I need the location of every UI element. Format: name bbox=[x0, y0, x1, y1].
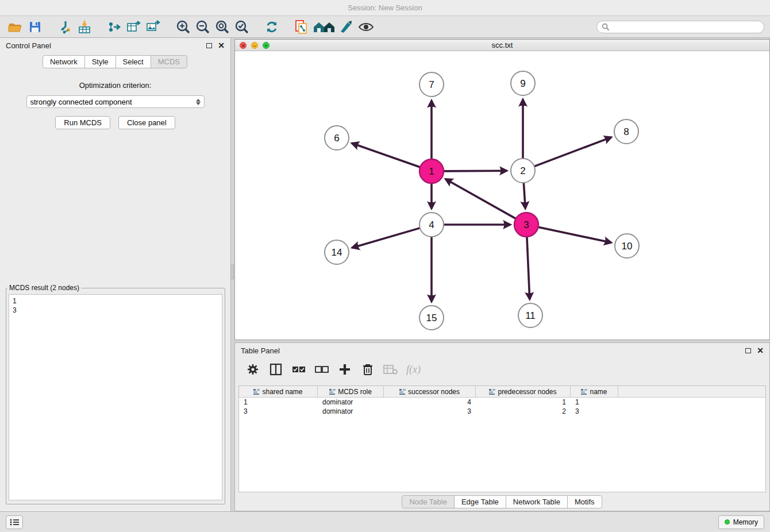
minimize-window-icon[interactable]: − bbox=[251, 42, 258, 49]
graph-edge-3-10[interactable] bbox=[538, 227, 611, 242]
table-tab-edge-table[interactable]: Edge Table bbox=[454, 495, 506, 508]
float-table-panel-icon[interactable] bbox=[745, 348, 751, 353]
column-header-predecessor-nodes[interactable]: predecessor nodes bbox=[476, 386, 571, 397]
column-header-name[interactable]: name bbox=[571, 386, 618, 397]
column-header-MCDS-role[interactable]: MCDS role bbox=[318, 386, 384, 397]
delete-row-button[interactable] bbox=[360, 362, 375, 377]
graph-node-14[interactable]: 14 bbox=[325, 240, 349, 264]
graph-node-3[interactable]: 3 bbox=[514, 213, 538, 237]
main-toolbar bbox=[0, 16, 770, 38]
clone-network-button[interactable] bbox=[292, 18, 311, 36]
open-file-button[interactable] bbox=[6, 18, 25, 36]
export-table-button[interactable] bbox=[124, 18, 144, 36]
task-history-button[interactable] bbox=[6, 515, 23, 529]
sort-icon bbox=[329, 389, 336, 395]
table-header-row: shared nameMCDS rolesuccessor nodesprede… bbox=[239, 386, 765, 398]
table-body: 1dominator4113dominator323 bbox=[239, 398, 765, 416]
graph-node-2[interactable]: 2 bbox=[511, 159, 535, 183]
float-panel-icon[interactable] bbox=[206, 43, 212, 48]
control-panel: Control Panel ✕ NetworkStyleSelectMCDS O… bbox=[0, 38, 231, 511]
graph-node-8[interactable]: 8 bbox=[614, 119, 638, 144]
apply-style-button[interactable] bbox=[337, 18, 356, 36]
tab-mcds[interactable]: MCDS bbox=[151, 55, 187, 68]
dropdown-stepper-icon bbox=[196, 99, 201, 105]
graph-node-7[interactable]: 7 bbox=[419, 72, 444, 97]
select-all-button[interactable] bbox=[291, 362, 306, 377]
unselect-all-button[interactable] bbox=[314, 362, 329, 377]
table-tab-node-table[interactable]: Node Table bbox=[402, 495, 455, 508]
import-network-icon bbox=[57, 20, 72, 34]
mcds-result-list[interactable]: 13 bbox=[9, 294, 222, 500]
import-network-button[interactable] bbox=[55, 18, 75, 36]
show-hide-button[interactable] bbox=[356, 18, 376, 36]
memory-button[interactable]: Memory bbox=[718, 515, 764, 529]
export-image-button[interactable] bbox=[144, 18, 163, 36]
table-row[interactable]: 1dominator411 bbox=[239, 398, 765, 407]
graph-node-4[interactable]: 4 bbox=[419, 213, 444, 237]
node-table[interactable]: shared nameMCDS rolesuccessor nodesprede… bbox=[238, 385, 766, 492]
graph-node-9[interactable]: 9 bbox=[511, 71, 535, 95]
svg-text:14: 14 bbox=[332, 247, 342, 258]
export-network-button[interactable] bbox=[105, 18, 124, 36]
close-panel-icon[interactable]: ✕ bbox=[218, 41, 225, 49]
graph-node-6[interactable]: 6 bbox=[325, 126, 349, 150]
home-view-button[interactable] bbox=[311, 18, 337, 36]
optimization-criterion-dropdown[interactable]: strongly connected component bbox=[26, 95, 205, 108]
tab-style[interactable]: Style bbox=[84, 55, 116, 68]
column-header-successor-nodes[interactable]: successor nodes bbox=[384, 386, 476, 397]
network-canvas[interactable]: 7968124314101511 bbox=[235, 51, 769, 340]
unchecked-boxes-icon bbox=[315, 364, 329, 375]
graph-edge-2-8[interactable] bbox=[534, 137, 611, 167]
save-session-button[interactable] bbox=[25, 18, 45, 36]
zoom-in-icon bbox=[176, 20, 191, 34]
table-tab-motifs[interactable]: Motifs bbox=[567, 495, 602, 508]
sort-icon bbox=[489, 389, 495, 395]
graph-node-1[interactable]: 1 bbox=[419, 159, 444, 183]
graph-edge-4-14[interactable] bbox=[352, 228, 420, 248]
delete-column-button[interactable] bbox=[383, 362, 398, 377]
zoom-selected-button[interactable] bbox=[232, 18, 252, 36]
svg-text:3: 3 bbox=[523, 219, 529, 230]
table-panel-title: Table Panel bbox=[241, 346, 280, 355]
graph-node-10[interactable]: 10 bbox=[615, 234, 639, 258]
graph-edge-1-2[interactable] bbox=[444, 171, 507, 171]
clone-network-icon bbox=[294, 20, 310, 34]
refresh-button[interactable] bbox=[262, 18, 282, 36]
graph-edge-3-11[interactable] bbox=[527, 237, 530, 299]
close-panel-button[interactable]: Close panel bbox=[118, 116, 175, 129]
table-settings-button[interactable] bbox=[245, 362, 260, 377]
tab-network[interactable]: Network bbox=[43, 55, 85, 68]
graph-node-15[interactable]: 15 bbox=[419, 306, 444, 330]
zoom-in-button[interactable] bbox=[174, 18, 193, 36]
window-title: Session: New Session bbox=[348, 3, 422, 12]
mcds-result-title: MCDS result (2 nodes) bbox=[7, 284, 81, 292]
show-columns-button[interactable] bbox=[268, 362, 283, 377]
graph-edge-3-1[interactable] bbox=[445, 179, 515, 219]
close-window-icon[interactable]: ✕ bbox=[240, 42, 247, 49]
tab-select[interactable]: Select bbox=[116, 55, 151, 68]
import-table-button[interactable] bbox=[75, 18, 94, 36]
table-row[interactable]: 3dominator323 bbox=[239, 407, 765, 416]
control-panel-header: Control Panel ✕ bbox=[0, 38, 230, 53]
control-panel-tabs: NetworkStyleSelectMCDS bbox=[0, 55, 230, 68]
function-builder-button[interactable]: f(x) bbox=[406, 364, 421, 376]
add-row-button[interactable] bbox=[337, 362, 352, 377]
graph-node-11[interactable]: 11 bbox=[518, 303, 542, 327]
zoom-fit-button[interactable] bbox=[213, 18, 232, 36]
search-field[interactable] bbox=[596, 21, 764, 33]
graph-edge-2-3[interactable] bbox=[523, 183, 525, 209]
splitter-handle[interactable] bbox=[230, 264, 234, 279]
graph-edge-1-6[interactable] bbox=[352, 143, 420, 167]
network-window: ✕ − + scc.txt 7968124314101511 bbox=[234, 39, 770, 340]
column-header-shared-name[interactable]: shared name bbox=[239, 386, 318, 397]
run-mcds-button[interactable]: Run MCDS bbox=[55, 116, 110, 129]
table-cell: 1 bbox=[239, 398, 318, 407]
control-panel-title: Control Panel bbox=[6, 41, 51, 50]
search-input[interactable] bbox=[610, 23, 759, 31]
table-tab-network-table[interactable]: Network Table bbox=[506, 495, 568, 508]
table-cell: 1 bbox=[571, 398, 618, 407]
close-table-panel-icon[interactable]: ✕ bbox=[757, 346, 764, 354]
zoom-out-button[interactable] bbox=[193, 18, 213, 36]
maximize-window-icon[interactable]: + bbox=[263, 42, 270, 49]
export-table-icon bbox=[126, 20, 141, 34]
